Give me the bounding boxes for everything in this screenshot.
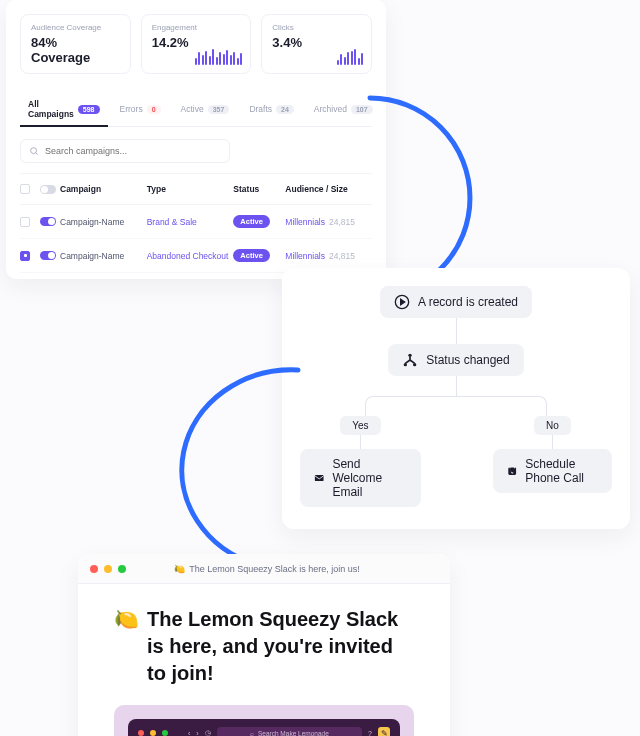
history-forward-icon: › xyxy=(196,730,198,737)
tab-label: Active xyxy=(181,104,204,114)
row-checkbox[interactable] xyxy=(20,251,30,261)
window-close-icon[interactable] xyxy=(90,565,98,573)
search-box[interactable] xyxy=(20,139,230,163)
campaign-type[interactable]: Brand & Sale xyxy=(147,217,234,227)
svg-point-0 xyxy=(31,148,37,154)
window-minimize-icon xyxy=(150,730,156,736)
connector-line-icon xyxy=(360,435,361,449)
browser-card: 🍋 The Lemon Squeezy Slack is here, join … xyxy=(78,554,450,736)
workflow-condition-node[interactable]: Status changed xyxy=(388,344,523,376)
search-icon: ⌕ xyxy=(250,730,254,737)
workflow-action-no-label: Schedule Phone Call xyxy=(525,457,598,485)
history-back-icon: ‹ xyxy=(188,730,190,737)
window-close-icon xyxy=(138,730,144,736)
column-campaign: Campaign xyxy=(60,184,147,194)
workflow-trigger-label: A record is created xyxy=(418,295,518,309)
connector-line-icon xyxy=(552,435,553,449)
svg-line-1 xyxy=(36,153,38,155)
stat-label: Clicks xyxy=(272,23,361,32)
svg-marker-3 xyxy=(401,299,405,304)
sparkline-icon xyxy=(337,47,364,65)
svg-rect-8 xyxy=(508,468,516,475)
stat-label: Engagement xyxy=(152,23,241,32)
tab-label: All Campaigns xyxy=(28,99,74,119)
branch-no-label[interactable]: No xyxy=(534,416,571,435)
lemon-icon: 🍋 xyxy=(114,606,139,687)
select-all-checkbox[interactable] xyxy=(20,184,30,194)
clock-icon: ◷ xyxy=(205,729,211,736)
stat-engagement: Engagement 14.2% xyxy=(141,14,252,74)
connector-arc-icon xyxy=(168,360,348,570)
window-minimize-icon[interactable] xyxy=(104,565,112,573)
svg-rect-10 xyxy=(514,467,515,469)
campaign-name: Campaign-Name xyxy=(60,217,147,227)
toggle-all[interactable] xyxy=(40,185,56,194)
row-checkbox[interactable] xyxy=(20,217,30,227)
lemon-icon: 🍋 xyxy=(174,564,185,574)
window-zoom-icon[interactable] xyxy=(118,565,126,573)
workflow-condition-label: Status changed xyxy=(426,353,509,367)
calendar-phone-icon xyxy=(507,463,517,479)
workflow-action-no[interactable]: Schedule Phone Call xyxy=(493,449,612,493)
svg-rect-9 xyxy=(509,467,510,469)
campaign-type[interactable]: Abandoned Checkout xyxy=(147,251,234,261)
stat-value: 84% Coverage xyxy=(31,35,120,65)
sparkline-icon xyxy=(195,47,243,65)
slack-screenshot: ‹ › ◷ ⌕ Search Make Lemonade ? ✎ Make Le… xyxy=(114,705,414,736)
slack-search[interactable]: ⌕ Search Make Lemonade xyxy=(217,727,362,736)
stat-clicks: Clicks 3.4% xyxy=(261,14,372,74)
stats-row: Audience Coverage 84% Coverage Engagemen… xyxy=(20,14,372,74)
column-type: Type xyxy=(147,184,234,194)
slack-window: ‹ › ◷ ⌕ Search Make Lemonade ? ✎ Make Le… xyxy=(128,719,400,736)
browser-bar: 🍋 The Lemon Squeezy Slack is here, join … xyxy=(78,554,450,584)
branch-icon xyxy=(402,352,418,368)
row-toggle[interactable] xyxy=(40,251,56,260)
search-icon xyxy=(29,146,39,156)
slack-search-placeholder: Search Make Lemonade xyxy=(258,730,329,737)
tab-badge: 598 xyxy=(78,105,100,114)
connector-branch-icon xyxy=(365,396,547,416)
window-zoom-icon xyxy=(162,730,168,736)
connector-line-icon xyxy=(456,318,457,344)
compose-icon: ✎ xyxy=(378,727,390,736)
campaign-name: Campaign-Name xyxy=(60,251,147,261)
tab-badge: 357 xyxy=(208,105,230,114)
tab-label: Errors xyxy=(120,104,143,114)
tab-active[interactable]: Active 357 xyxy=(173,93,238,127)
stat-label: Audience Coverage xyxy=(31,23,120,32)
tab-errors[interactable]: Errors 0 xyxy=(112,93,169,127)
stat-audience-coverage: Audience Coverage 84% Coverage xyxy=(20,14,131,74)
search-input[interactable] xyxy=(45,146,221,156)
browser-tab-text: The Lemon Squeezy Slack is here, join us… xyxy=(189,564,360,574)
row-toggle[interactable] xyxy=(40,217,56,226)
tab-badge: 0 xyxy=(147,105,161,114)
play-circle-icon xyxy=(394,294,410,310)
svg-point-4 xyxy=(409,354,412,357)
headline-text: The Lemon Squeezy Slack is here, and you… xyxy=(147,606,414,687)
browser-tab-title: 🍋 The Lemon Squeezy Slack is here, join … xyxy=(132,564,402,574)
tab-all-campaigns[interactable]: All Campaigns 598 xyxy=(20,93,108,127)
page-headline: 🍋 The Lemon Squeezy Slack is here, and y… xyxy=(114,606,414,687)
workflow-trigger-node[interactable]: A record is created xyxy=(380,286,532,318)
connector-line-icon xyxy=(456,376,457,396)
help-icon: ? xyxy=(368,730,372,737)
